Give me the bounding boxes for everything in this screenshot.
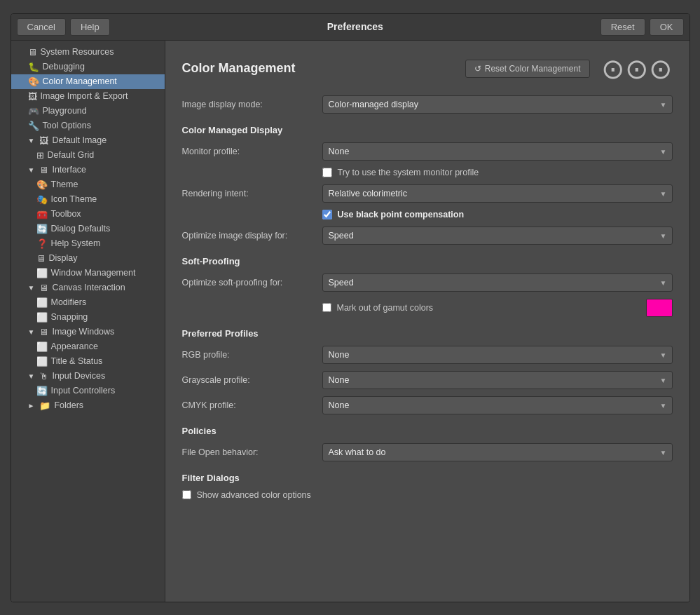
rgb-profile-select[interactable]: None [322,346,673,364]
black-point-label[interactable]: Use black point compensation [338,210,465,219]
rendering-intent-select[interactable]: PerceptualRelative colorimetricSaturatio… [322,184,673,203]
sidebar-item-input-devices[interactable]: ▼ 🖱 Input Devices [11,369,165,384]
sidebar-item-input-controllers[interactable]: 🔄 Input Controllers [11,384,165,398]
optimize-soft-proofing-wrapper: SpeedQuality [322,273,673,292]
optimize-display-row: Optimize image display for: SpeedQuality [182,227,673,245]
color-management-icon: 🎨 [28,76,39,87]
grayscale-profile-wrapper: None [322,371,673,389]
cmyk-profile-select[interactable]: None [322,396,673,414]
sidebar-item-image-import-export[interactable]: 🖼 Image Import & Export [11,89,165,104]
sidebar-item-system-resources[interactable]: 🖥 System Resources [11,45,165,60]
sidebar-item-tool-options[interactable]: 🔧 Tool Options [11,119,165,133]
sidebar-item-label: Dialog Defaults [51,224,111,234]
optimize-display-label: Optimize image display for: [182,231,322,241]
default-image-icon: 🖼 [39,135,48,146]
show-advanced-checkbox[interactable] [182,490,191,499]
cmyk-profile-row: CMYK profile: None [182,396,673,414]
sidebar-item-label: Modifiers [51,297,87,307]
image-display-mode-label: Image display mode: [182,100,322,109]
sidebar-item-dialog-defaults[interactable]: 🔄 Dialog Defaults [11,222,165,236]
sidebar-item-interface[interactable]: ▼ 🖥 Interface [11,163,165,177]
optimize-soft-proofing-label: Optimize soft-proofing for: [182,278,322,288]
mark-gamut-checkbox[interactable] [322,303,331,312]
sidebar-item-help-system[interactable]: ❓ Help System [11,236,165,251]
cancel-button[interactable]: Cancel [17,18,66,36]
toolbox-icon: 🧰 [36,209,48,219]
sidebar-item-playground[interactable]: 🎮 Playground [11,104,165,119]
grayscale-profile-row: Grayscale profile: None [182,371,673,389]
image-import-export-icon: 🖼 [28,91,37,102]
sidebar-item-modifiers[interactable]: ⬜ Modifiers [11,295,165,310]
show-advanced-label[interactable]: Show advanced color options [197,490,311,500]
sidebar-item-appearance[interactable]: ⬜ Appearance [11,339,165,354]
sidebar-item-label: Canvas Interaction [52,283,125,292]
interface-icon: 🖥 [39,165,48,175]
sidebar-item-display[interactable]: 🖥 Display [11,251,165,266]
sidebar-item-debugging[interactable]: 🐛 Debugging [11,60,165,74]
color-management-icon-large: ⊙⊙⊙ [601,55,673,83]
sidebar-item-window-management[interactable]: ⬜ Window Management [11,266,165,281]
image-display-mode-select[interactable]: Color-managed displayNo color management… [322,95,673,114]
grayscale-profile-select[interactable]: None [322,371,673,389]
default-grid-icon: ⊞ [36,150,44,161]
black-point-checkbox[interactable] [322,210,332,219]
icon-theme-icon: 🎭 [36,194,48,205]
sidebar-item-default-image[interactable]: ▼ 🖼 Default Image [11,133,165,148]
try-system-monitor-row: Try to use the system monitor profile [322,168,673,177]
canvas-interaction-icon: 🖥 [39,283,48,293]
ok-button[interactable]: OK [650,18,684,36]
file-open-select[interactable]: Ask what to doKeep embedded profileConve… [322,443,673,461]
page-header: Color Management ↺ Reset Color Managemen… [182,55,673,83]
sidebar-item-label: Default Image [52,135,107,145]
filter-dialogs-header: Filter Dialogs [182,473,673,483]
gamut-color-swatch[interactable] [646,299,673,317]
sidebar-item-snapping[interactable]: ⬜ Snapping [11,310,165,325]
sidebar-item-label: Window Management [51,268,136,278]
sidebar-item-label: Theme [51,180,78,189]
sidebar-item-icon-theme[interactable]: 🎭 Icon Theme [11,192,165,207]
monitor-profile-select[interactable]: None [322,142,673,161]
rendering-intent-label: Rendering intent: [182,189,322,198]
sidebar-item-label: Toolbox [51,209,81,219]
titlebar: Cancel Help Preferences Reset OK [11,14,689,41]
file-open-label: File Open behavior: [182,447,322,457]
sidebar-item-label: Debugging [43,62,85,72]
optimize-display-wrapper: SpeedQuality [322,227,673,245]
sidebar-item-color-management[interactable]: 🎨 Color Management [11,74,165,89]
sidebar-item-label: Appearance [51,342,98,351]
sidebar: 🖥 System Resources 🐛 Debugging 🎨 Color M… [11,41,165,602]
sidebar-item-folders[interactable]: ► 📁 Folders [11,398,165,413]
try-system-monitor-label[interactable]: Try to use the system monitor profile [338,168,479,177]
sidebar-item-toolbox[interactable]: 🧰 Toolbox [11,207,165,222]
reset-color-management-button[interactable]: ↺ Reset Color Management [465,60,590,78]
sidebar-item-theme[interactable]: 🎨 Theme [11,177,165,192]
sidebar-item-label: Help System [51,238,101,248]
sidebar-item-label: Image Windows [52,327,114,337]
optimize-soft-proofing-select[interactable]: SpeedQuality [322,273,673,292]
window-title: Preferences [114,21,596,32]
sidebar-item-label: Snapping [51,312,88,322]
arrow-down-icon5: ▼ [28,372,35,380]
body: 🖥 System Resources 🐛 Debugging 🎨 Color M… [11,41,689,602]
page-title: Color Management [182,61,296,76]
sidebar-item-canvas-interaction[interactable]: ▼ 🖥 Canvas Interaction [11,281,165,295]
optimize-soft-proofing-row: Optimize soft-proofing for: SpeedQuality [182,273,673,292]
help-button[interactable]: Help [70,18,110,36]
color-managed-display-header: Color Managed Display [182,125,673,135]
system-resources-icon: 🖥 [28,47,37,58]
optimize-display-select[interactable]: SpeedQuality [322,227,673,245]
sidebar-item-default-grid[interactable]: ⊞ Default Grid [11,148,165,163]
sidebar-item-label: Icon Theme [51,194,97,204]
reset-button[interactable]: Reset [601,18,645,36]
sidebar-item-label: Display [49,253,78,263]
title-status-icon: ⬜ [36,356,48,367]
help-system-icon: ❓ [36,238,48,249]
try-system-monitor-checkbox[interactable] [322,168,332,177]
sidebar-item-label: Input Devices [52,371,105,381]
black-point-row: Use black point compensation [322,210,673,219]
sidebar-item-title-status[interactable]: ⬜ Title & Status [11,354,165,369]
image-display-mode-row: Image display mode: Color-managed displa… [182,95,673,114]
sidebar-item-image-windows[interactable]: ▼ 🖥 Image Windows [11,325,165,339]
monitor-profile-label: Monitor profile: [182,147,322,156]
mark-gamut-label[interactable]: Mark out of gamut colors [337,303,640,313]
